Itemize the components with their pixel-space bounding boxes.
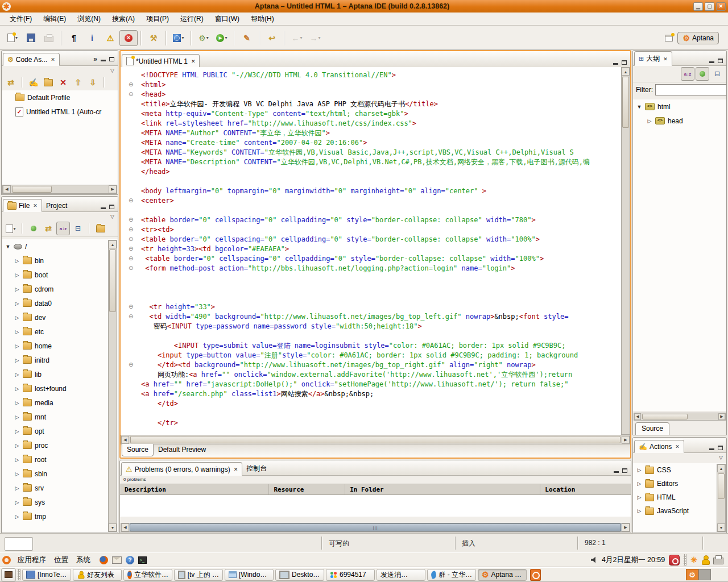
scroll-left-icon[interactable]: ◀	[634, 413, 641, 420]
code-line[interactable]	[121, 293, 621, 302]
tree-item-data0[interactable]: ▷data0	[2, 296, 118, 310]
code-line[interactable]	[121, 273, 621, 283]
code-line[interactable]: <!DOCTYPE HTML PUBLIC "-//W3C//DTD HTML …	[121, 70, 621, 80]
power-button-icon[interactable]	[669, 555, 680, 566]
scroll-right-icon[interactable]: ▶	[622, 436, 630, 444]
minimize-view-icon[interactable]	[101, 60, 106, 61]
gnome-menu-2[interactable]: 系统	[73, 554, 94, 566]
tab-outline[interactable]: ⊞ 大纲 ✕	[634, 51, 672, 66]
tree-root-item[interactable]: ▼/	[2, 239, 118, 253]
code-line[interactable]: <tr height="33">	[121, 302, 621, 312]
pilcrow-button[interactable]: ¶	[65, 30, 83, 46]
actions-item-css[interactable]: ▷CSS	[633, 463, 726, 477]
update-notifier-icon[interactable]: ✳	[690, 555, 697, 564]
maximize-view-icon[interactable]	[622, 468, 627, 473]
code-line[interactable]: <body leftmargin="0" topmargin="0" margi…	[121, 186, 621, 196]
gnome-menu-0[interactable]: 应用程序	[14, 554, 49, 566]
close-icon[interactable]: ✕	[191, 59, 196, 64]
tree-item-initrd[interactable]: ▷initrd	[2, 353, 118, 367]
show-desktop-button[interactable]	[1, 568, 16, 581]
scroll-left-icon[interactable]: ◀	[3, 185, 11, 193]
outline-node-head[interactable]: ▷<>head	[633, 114, 726, 128]
code-line[interactable]: </td><td background="http://www.lihuasof…	[121, 360, 621, 370]
horizontal-scrollbar[interactable]: ◀ ▶	[634, 413, 726, 421]
warning-button[interactable]: ⚠	[101, 30, 119, 46]
open-perspective-icon[interactable]	[665, 35, 673, 41]
tab-file[interactable]: File ✕	[3, 199, 42, 212]
firefox-launcher-icon[interactable]	[100, 556, 108, 564]
tab-console[interactable]: 控制台	[242, 462, 271, 475]
scroll-up-icon[interactable]: ▲	[622, 68, 630, 76]
scroll-thumb[interactable]	[622, 77, 629, 128]
task-button-1[interactable]: 好友列表	[73, 569, 122, 581]
scroll-thumb[interactable]	[109, 250, 116, 312]
move-down-button[interactable]: ⇩	[86, 76, 100, 89]
close-icon[interactable]: ✕	[675, 444, 680, 450]
tree-item-bin[interactable]: ▷bin	[2, 253, 118, 268]
tree-item-media[interactable]: ▷media	[2, 396, 118, 410]
scroll-thumb[interactable]: |||	[130, 523, 621, 531]
editor-vertical-scrollbar[interactable]: ▲	[621, 67, 630, 435]
code-line[interactable]: </tr>	[121, 418, 621, 428]
tab-problems[interactable]: ⚠ Problems (0 errors, 0 warnings) ✕	[121, 462, 242, 476]
scroll-thumb[interactable]	[718, 473, 725, 499]
tree-item-boot[interactable]: ▷boot	[2, 268, 118, 282]
close-icon[interactable]: ✕	[234, 467, 238, 472]
scroll-thumb[interactable]	[642, 414, 688, 419]
tree-item-sys[interactable]: ▷sys	[2, 495, 118, 509]
code-line[interactable]	[121, 283, 621, 293]
horizontal-scrollbar[interactable]: ◀ ||| ▶	[121, 523, 630, 532]
maximize-view-icon[interactable]	[109, 205, 114, 209]
info-button[interactable]: i	[83, 30, 101, 46]
code-line[interactable]: <table border="0" cellspacing="0" cellpa…	[121, 235, 621, 244]
tab-source[interactable]: Source	[122, 444, 154, 456]
workspace-current[interactable]: ⚙	[686, 569, 698, 580]
close-icon[interactable]: ✕	[33, 203, 38, 209]
menu-item-6[interactable]: 窗口(W)	[210, 13, 245, 25]
code-line[interactable]: </head>	[121, 167, 621, 177]
vertical-scrollbar[interactable]: ▲ ▼	[108, 240, 117, 532]
minimize-view-icon[interactable]	[709, 61, 714, 63]
task-button-0[interactable]: [InnoTe…	[22, 569, 71, 581]
task-button-3[interactable]: [tv 上的 …	[174, 569, 223, 581]
code-line[interactable]: <td width="490" background="http://www.l…	[121, 312, 621, 322]
close-icon[interactable]: ✕	[716, 2, 726, 11]
scroll-down-icon[interactable]: ▼	[717, 523, 725, 531]
volume-icon[interactable]	[591, 556, 598, 563]
code-line[interactable]: <meta http-equiv="Content-Type" content=…	[121, 109, 621, 119]
maximize-icon[interactable]: ▢	[705, 2, 714, 11]
code-line[interactable]: 密码<INPUT type=password name=password sty…	[121, 322, 621, 331]
code-line[interactable]: <head>	[121, 90, 621, 99]
editor-horizontal-scrollbar[interactable]: ◀ ▶	[121, 435, 630, 444]
menu-item-0[interactable]: 文件(F)	[5, 13, 37, 25]
code-line[interactable]: <form method=post action="http://bbs.lih…	[121, 264, 621, 273]
code-line[interactable]: <center>	[121, 196, 621, 206]
connect-button[interactable]	[27, 222, 40, 235]
code-line[interactable]: <table border="0" cellspacing="0" cellpa…	[121, 254, 621, 264]
connect-button[interactable]	[696, 67, 709, 81]
minimize-view-icon[interactable]	[614, 471, 619, 473]
task-button-8[interactable]: 群 - 立华…	[427, 569, 476, 581]
close-icon[interactable]: ✕	[51, 57, 55, 63]
new-button[interactable]: ▾	[4, 222, 18, 235]
code-line[interactable]: <tr><td>	[121, 225, 621, 235]
menu-item-4[interactable]: 项目(P)	[141, 13, 174, 25]
tab-overflow-chevron[interactable]: »	[93, 55, 97, 63]
code-line[interactable]: <title>立华软件园- 开发编程 VB VC Delphi Java ASP…	[121, 99, 621, 109]
workspace-empty[interactable]	[698, 569, 711, 580]
minimize-view-icon[interactable]	[101, 207, 106, 209]
code-line[interactable]: <META NAME="Description" CONTENT="立华软件园,…	[121, 157, 621, 167]
code-line[interactable]: <table border="0" cellspacing="0" cellpa…	[121, 215, 621, 225]
printer-tray-icon[interactable]	[713, 558, 723, 564]
tab-code-assist[interactable]: ⚙ Code As... ✕	[3, 53, 60, 66]
nav-back-button[interactable]: ←▾	[288, 30, 306, 46]
new-file-button[interactable]: ▾	[3, 30, 22, 46]
view-menu-arrow[interactable]: ▽	[110, 214, 114, 219]
maximize-view-icon[interactable]	[109, 57, 114, 61]
list-item[interactable]: Default Profile	[2, 90, 118, 105]
code-line[interactable]: <META NAME="Keywords" CONTENT="立华软件园,VB,…	[121, 148, 621, 157]
web-browser-button[interactable]: ▾	[169, 30, 188, 46]
column-header-description[interactable]: Description	[120, 484, 269, 494]
sync-button[interactable]: ⇄	[4, 76, 18, 89]
tree-item-home[interactable]: ▷home	[2, 339, 118, 353]
